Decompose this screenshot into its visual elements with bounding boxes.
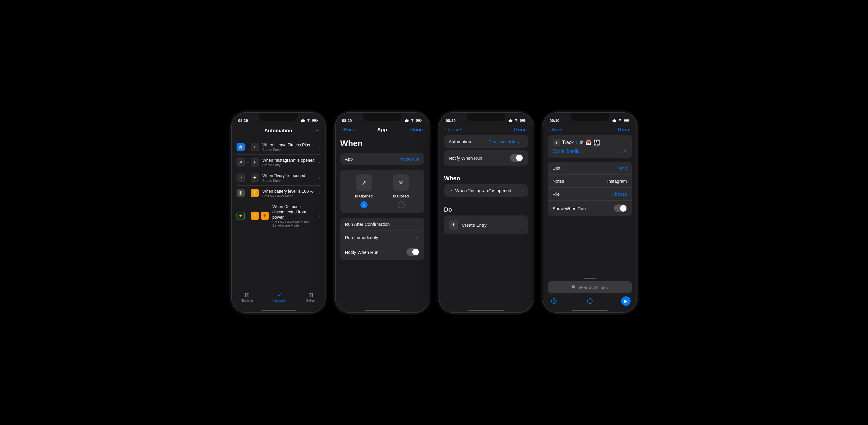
notify-when-run-row[interactable]: Notify When Run bbox=[340, 244, 424, 260]
status-icons-1 bbox=[301, 119, 318, 122]
svg-rect-10 bbox=[628, 120, 629, 121]
drag-handle bbox=[584, 278, 596, 279]
notify-toggle[interactable] bbox=[406, 248, 420, 256]
when-item-icon: ↗ bbox=[449, 188, 453, 193]
tab-automation[interactable]: ✓ Automation bbox=[272, 291, 287, 302]
cancel-button-3[interactable]: Cancel bbox=[445, 127, 463, 133]
app-row[interactable]: App Instagram bbox=[340, 153, 424, 165]
phone-4: 09:10 ‹ Back Done + Track bbox=[543, 112, 637, 313]
is-opened-icon: ↗ bbox=[356, 174, 372, 191]
automation-list-container: 🏠 → + When I leave Fitness Plus Create E… bbox=[232, 137, 325, 289]
automation-row-label: Automation bbox=[449, 139, 471, 144]
is-opened-label: Is Opened bbox=[355, 194, 373, 198]
automation-item-3[interactable]: 🔋 → 🔋 When battery level is 100 % Set Lo… bbox=[237, 186, 320, 201]
done-button-4[interactable]: Done bbox=[613, 127, 630, 133]
show-when-run-row[interactable]: Show When Run bbox=[548, 201, 632, 216]
tab-gallery[interactable]: ⊞ Gallery bbox=[306, 291, 316, 302]
automation-item-0[interactable]: 🏠 → + When I leave Fitness Plus Create E… bbox=[237, 139, 320, 154]
svg-rect-4 bbox=[421, 120, 422, 121]
svg-text:S: S bbox=[553, 300, 555, 303]
airplane-icon-2 bbox=[405, 119, 409, 122]
create-entry-icon: + bbox=[449, 220, 458, 230]
check-mark: ✓ bbox=[363, 203, 365, 207]
tab-shortcuts[interactable]: ⊞ Shortcuts bbox=[241, 291, 253, 302]
icon-charging: ⚡ bbox=[237, 211, 245, 220]
automation-icon: ✓ bbox=[277, 291, 282, 299]
automation-item-4[interactable]: ⚡ → 🔋 ✈ When Deimos is disconnected from… bbox=[237, 201, 320, 230]
add-circle-btn[interactable] bbox=[585, 296, 595, 306]
is-opened-option[interactable]: ↗ Is Opened ✓ bbox=[355, 174, 373, 208]
is-opened-check[interactable]: ✓ bbox=[361, 201, 368, 208]
notes-row[interactable]: Notes Instagram bbox=[548, 175, 632, 188]
notify-toggle-3[interactable] bbox=[510, 154, 523, 162]
automation-title-3: When battery level is 100 % bbox=[262, 189, 315, 194]
when-instagram-item[interactable]: ↗ When "Instagram" is opened › bbox=[444, 184, 528, 197]
detail-rows-card: Unit Unit Notes Instagram File Choose Sh… bbox=[548, 162, 632, 216]
battery-icon bbox=[312, 119, 318, 122]
status-time-3: 08:29 bbox=[446, 118, 456, 123]
automation-title-0: When I leave Fitness Plus bbox=[262, 142, 315, 148]
play-button[interactable]: ▶ bbox=[621, 296, 630, 306]
airplane-icon bbox=[301, 119, 305, 122]
nav-plus-1[interactable]: + bbox=[302, 127, 319, 135]
phone-2-screen: 08:29 ‹ Back App Done When bbox=[336, 113, 429, 312]
automation-subtitle-4: Set Low Power Mode and Set Airplane Mode bbox=[273, 220, 315, 227]
track-number[interactable]: 1 bbox=[576, 140, 578, 145]
done-button-3[interactable]: Done bbox=[509, 127, 527, 133]
back-button-2[interactable]: ‹ Back bbox=[342, 127, 359, 133]
do-section-header: Do bbox=[444, 202, 528, 216]
icon-battery-empty: 🔋 bbox=[237, 189, 245, 197]
search-actions-text: Search Actions bbox=[578, 285, 608, 290]
show-when-run-toggle[interactable] bbox=[614, 204, 627, 212]
automation-title-2: When "Ivory" is opened bbox=[262, 173, 315, 178]
run-immediately-label: Run Immediately bbox=[345, 235, 378, 240]
file-row[interactable]: File Choose bbox=[548, 188, 632, 201]
cancel-label-3: Cancel bbox=[445, 127, 461, 133]
search-actions-bar[interactable]: 🔍 Search Actions bbox=[548, 281, 632, 293]
app-value: Instagram bbox=[400, 157, 420, 162]
status-time-2: 08:29 bbox=[342, 118, 352, 123]
svg-rect-2 bbox=[313, 119, 316, 121]
scripting-icon-btn[interactable]: S bbox=[549, 296, 559, 306]
track-word: Track bbox=[562, 140, 574, 145]
file-value: Choose bbox=[612, 192, 627, 197]
back-button-4[interactable]: ‹ Back bbox=[549, 127, 567, 133]
automation-info-4: When Deimos is disconnected from power S… bbox=[273, 204, 315, 228]
track-emoji-2: 👨‍👩‍👧 bbox=[593, 139, 600, 146]
when-section-header: When bbox=[444, 170, 528, 184]
run-after-confirmation-row[interactable]: Run After Confirmation bbox=[340, 218, 424, 231]
unit-row[interactable]: Unit Unit bbox=[548, 162, 632, 175]
chevron-down-small: ⌄ bbox=[521, 140, 523, 143]
run-immediately-row[interactable]: Run Immediately ✓ bbox=[340, 231, 424, 244]
is-closed-check[interactable] bbox=[398, 201, 405, 208]
done-button-2[interactable]: Done bbox=[405, 127, 423, 133]
battery-icon-4 bbox=[623, 119, 630, 122]
track-plus-icon: + bbox=[553, 139, 560, 146]
automation-item-2[interactable]: ↗ → + When "Ivory" is opened Create Entr… bbox=[237, 170, 320, 186]
svg-rect-11 bbox=[624, 119, 628, 121]
create-entry-item[interactable]: + Create Entry › bbox=[444, 216, 528, 234]
notes-label: Notes bbox=[553, 178, 564, 183]
phone-2-content: When App Instagram ↗ Is Opened ✓ bbox=[336, 135, 429, 308]
icon-plus-0: + bbox=[251, 143, 259, 151]
automation-icons-0: 🏠 → + bbox=[237, 143, 259, 151]
track-close-btn[interactable]: ✕ bbox=[623, 148, 627, 154]
phone-1: 08:29 Automation + 🏠 bbox=[231, 112, 326, 313]
status-bar-1: 08:29 bbox=[232, 113, 325, 126]
run-immediately-check: ✓ bbox=[415, 235, 420, 240]
automation-icons-3: 🔋 → 🔋 bbox=[237, 189, 259, 197]
social-media-link[interactable]: Social Media ⌄ bbox=[553, 149, 585, 154]
battery-icon-2 bbox=[416, 119, 422, 122]
svg-rect-1 bbox=[317, 120, 318, 121]
notify-label: Notify When Run bbox=[345, 250, 378, 255]
when-item-text: When "Instagram" is opened bbox=[455, 188, 519, 193]
gallery-icon: ⊞ bbox=[308, 291, 313, 299]
notify-when-run-row-3[interactable]: Notify When Run bbox=[444, 150, 528, 166]
automation-item-1[interactable]: ↗ → + When "Instagram" is opened Create … bbox=[237, 154, 320, 170]
phone-3-screen: 08:29 Cancel Done Automation bbox=[439, 113, 533, 312]
wifi-icon-3 bbox=[514, 119, 518, 122]
is-closed-option[interactable]: ✕ Is Closed bbox=[393, 174, 409, 208]
automation-row-value: Run Immediately ⌄ bbox=[488, 139, 523, 144]
icon-plus-1: + bbox=[251, 158, 259, 167]
notes-value: Instagram bbox=[607, 178, 627, 183]
